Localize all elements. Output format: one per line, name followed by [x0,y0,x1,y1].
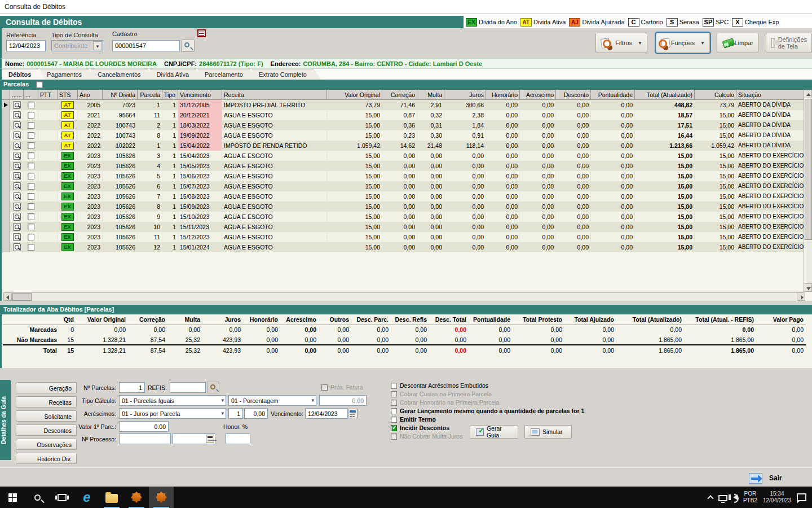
calendar-icon[interactable] [348,409,358,418]
tipo-consulta-select[interactable]: Contribuinte▼ [51,40,103,51]
row-checkbox[interactable] [28,203,34,210]
prox-fatura-checkbox[interactable]: Próx. Fatura [321,383,383,391]
row-magnifier-icon[interactable] [13,101,21,109]
debito-row[interactable]: EX 2023 105626 3 1 15/04/2023 AGUA E ESG… [2,151,804,161]
debito-row[interactable]: EX 2023 105626 12 1 15/01/2024 AGUA E ES… [2,242,804,252]
debito-row[interactable]: AT 2022 100743 8 1 19/09/2022 AGUA E ESG… [2,130,804,141]
row-checkbox-cell[interactable] [24,222,38,232]
row-checkbox[interactable] [28,132,34,139]
clock[interactable]: 15:3412/04/2023 [763,491,791,504]
row-detail-cell[interactable] [10,130,24,141]
row-detail-cell[interactable] [10,120,24,130]
internet-explorer-button[interactable]: e [74,487,99,508]
row-checkbox[interactable] [28,234,34,240]
row-detail-cell[interactable] [10,181,24,191]
refis-search-button[interactable] [207,382,219,393]
n-parcelas-input[interactable]: 1 [119,382,145,393]
guia-checkbox[interactable]: Gerar Lançamento mesmo quando a quantida… [391,407,707,415]
row-magnifier-icon[interactable] [13,162,21,170]
debito-row[interactable]: EX 2023 105626 9 1 15/10/2023 AGUA E ESG… [2,212,804,222]
row-magnifier-icon[interactable] [13,172,21,180]
row-checkbox-cell[interactable] [24,181,38,191]
calculator-icon[interactable] [206,435,214,443]
debito-row[interactable]: EX 2023 105626 8 1 15/09/2023 AGUA E ESG… [2,202,804,212]
row-checkbox-cell[interactable] [24,120,38,130]
task-view-button[interactable] [50,487,74,508]
porcentagem-amount-input[interactable]: 0.00 [319,395,367,406]
horizontal-scrollbar[interactable] [3,292,805,301]
scroll-down-button[interactable] [804,283,812,292]
row-magnifier-icon[interactable] [13,142,21,150]
list-icon[interactable] [197,29,206,37]
detalhes-guia-tab[interactable]: Detalhes da Guia [0,380,11,460]
debito-row[interactable]: EX 2023 105626 4 1 15/05/2023 AGUA E ESG… [2,161,804,171]
row-magnifier-icon[interactable] [13,152,21,160]
row-magnifier-icon[interactable] [13,213,21,221]
tab[interactable]: Cancelamentos [91,69,155,80]
app-window-button[interactable] [124,487,149,508]
debito-row[interactable]: AT 2005 7023 1 1 31/12/2005 IMPOSTO PRED… [2,100,804,110]
row-checkbox-cell[interactable] [24,161,38,171]
row-detail-cell[interactable] [10,161,24,171]
row-detail-cell[interactable] [10,100,24,110]
volume-icon[interactable] [733,494,738,500]
row-checkbox-cell[interactable] [24,110,38,120]
file-explorer-button[interactable] [99,487,124,508]
scroll-left-button[interactable] [3,292,12,301]
row-checkbox[interactable] [28,122,34,129]
valor1-input[interactable]: 0.00 [119,421,169,432]
scroll-up-button[interactable] [804,90,812,98]
debito-row[interactable]: AT 2022 100743 2 1 18/03/2022 AGUA E ESG… [2,120,804,130]
active-app-window-button[interactable] [149,487,174,508]
debito-row[interactable]: AT 2021 95664 11 1 20/12/2021 AGUA E ESG… [2,110,804,120]
refis-input[interactable] [170,382,206,393]
row-detail-cell[interactable] [10,151,24,161]
row-checkbox-cell[interactable] [24,130,38,141]
definicoes-tela-button[interactable]: Definições de Tela [766,33,812,53]
debito-row[interactable]: AT 2022 102022 1 1 15/04/2022 IMPOSTO DE… [2,141,804,151]
funcoes-button[interactable]: Funções▼ [656,33,710,53]
acrescimos-v-input[interactable]: 0,00 [244,408,268,419]
language-indicator[interactable]: PORPTB2 [743,491,757,504]
row-detail-cell[interactable] [10,110,24,120]
tab[interactable]: Divida Ativa [150,69,204,80]
row-checkbox-cell[interactable] [24,202,38,212]
acrescimos-select[interactable]: 01 - Juros por Parcela [119,408,226,419]
row-checkbox[interactable] [28,102,34,108]
row-magnifier-icon[interactable] [13,233,21,241]
row-detail-cell[interactable] [10,202,24,212]
row-magnifier-icon[interactable] [13,243,21,251]
row-detail-cell[interactable] [10,222,24,232]
vertical-scroll-thumb[interactable] [805,99,812,240]
tray-chevron-icon[interactable] [707,495,713,501]
row-detail-cell[interactable] [10,141,24,151]
guia-side-button[interactable]: Descontos [16,424,77,436]
horizontal-scroll-thumb[interactable] [12,293,32,301]
gerar-guia-button[interactable]: Gerar Guia [470,425,518,439]
tab[interactable]: Extrato Completo [252,69,321,80]
porcentagem-select[interactable]: 01 - Porcentagem [228,395,316,406]
row-checkbox-cell[interactable] [24,212,38,222]
row-detail-cell[interactable] [10,232,24,242]
debito-row[interactable]: EX 2023 105626 7 1 15/08/2023 AGUA E ESG… [2,191,804,202]
honor-input[interactable] [226,433,250,444]
tipo-calculo-select[interactable]: 01 - Parcelas Iguais [119,395,226,406]
row-checkbox-cell[interactable] [24,232,38,242]
row-checkbox-cell[interactable] [24,100,38,110]
guia-side-button[interactable]: Geração [16,382,77,393]
row-magnifier-icon[interactable] [13,223,21,231]
row-checkbox[interactable] [28,112,34,119]
row-checkbox-cell[interactable] [24,171,38,181]
cadastro-search-button[interactable] [181,40,195,52]
row-detail-cell[interactable] [10,171,24,181]
row-checkbox[interactable] [28,183,34,190]
row-checkbox[interactable] [28,213,34,220]
network-icon[interactable] [718,495,727,501]
parcelas-checkbox[interactable] [36,81,43,88]
filtros-button[interactable]: Filtros▼ [595,33,647,53]
debito-row[interactable]: EX 2023 105626 5 1 15/06/2023 AGUA E ESG… [2,171,804,181]
guia-side-button[interactable]: Histórico Div. [16,453,77,464]
row-detail-cell[interactable] [10,212,24,222]
row-checkbox[interactable] [28,173,34,179]
limpar-button[interactable]: Limpar [717,33,758,53]
